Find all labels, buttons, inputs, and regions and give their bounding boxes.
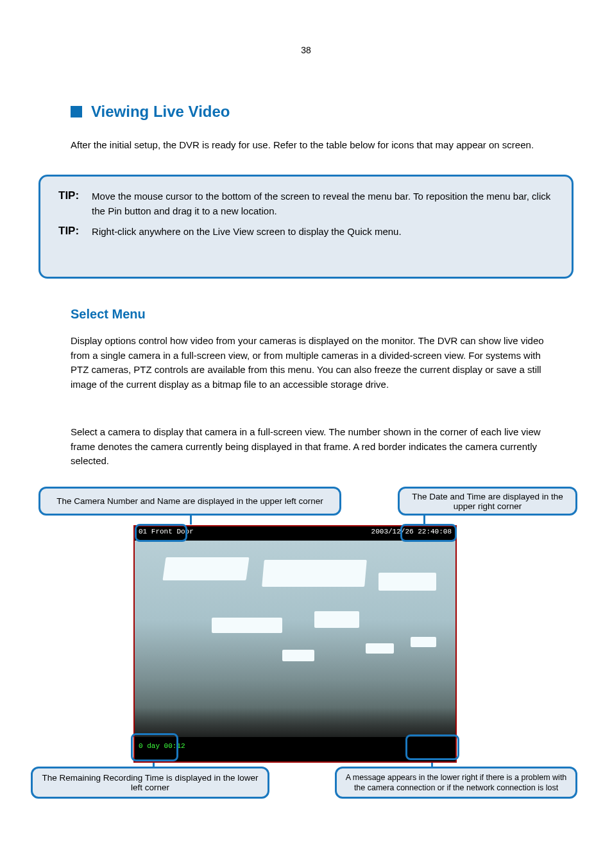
intro-paragraph: After the initial setup, the DVR is read… [71, 138, 557, 153]
subsection-paragraph-2: Select a camera to display that camera i… [71, 425, 557, 469]
ceiling-light-icon [366, 643, 394, 654]
live-view-screenshot: 01 Front Door 2003/12/26 22:40:08 0 day … [133, 525, 457, 763]
subsection-paragraph-1: Display options control how video from y… [71, 334, 557, 392]
callout-datetime: The Date and Time are displayed in the u… [398, 487, 577, 516]
section-heading: Viewing Live Video [71, 103, 230, 121]
section-title: Viewing Live Video [91, 103, 230, 121]
annotation-rect [135, 524, 187, 542]
connector-line [190, 516, 192, 525]
ceiling-light-icon [282, 650, 314, 661]
tip-label: TIP: [58, 225, 79, 238]
ceiling-light-icon [212, 618, 282, 633]
tip-text: Move the mouse cursor to the bottom of t… [92, 189, 554, 218]
connector-line [423, 516, 425, 525]
tip-row: TIP: Move the mouse cursor to the bottom… [58, 189, 554, 218]
callout-connection-warning: A message appears in the lower right if … [335, 767, 577, 799]
camera-scene [135, 541, 455, 740]
callout-camera-label: The Camera Number and Name are displayed… [38, 487, 341, 516]
tip-label: TIP: [58, 189, 79, 202]
ceiling-light-icon [162, 557, 249, 580]
ceiling-light-icon [262, 560, 367, 587]
subsection-title: Select Menu [71, 307, 146, 322]
annotation-rect [400, 524, 457, 542]
bullet-square-icon [71, 106, 82, 117]
annotation-rect [405, 734, 459, 760]
callout-remaining-time: The Remaining Recording Time is displaye… [31, 767, 269, 799]
ceiling-light-icon [378, 573, 436, 591]
tip-box: TIP: Move the mouse cursor to the bottom… [38, 175, 574, 279]
tip-text: Right-click anywhere on the Live View sc… [92, 225, 401, 239]
tip-row: TIP: Right-click anywhere on the Live Vi… [58, 225, 554, 239]
ceiling-light-icon [314, 611, 359, 628]
ceiling-light-icon [411, 637, 436, 647]
page-number: 38 [301, 45, 311, 55]
annotation-rect [131, 733, 178, 761]
